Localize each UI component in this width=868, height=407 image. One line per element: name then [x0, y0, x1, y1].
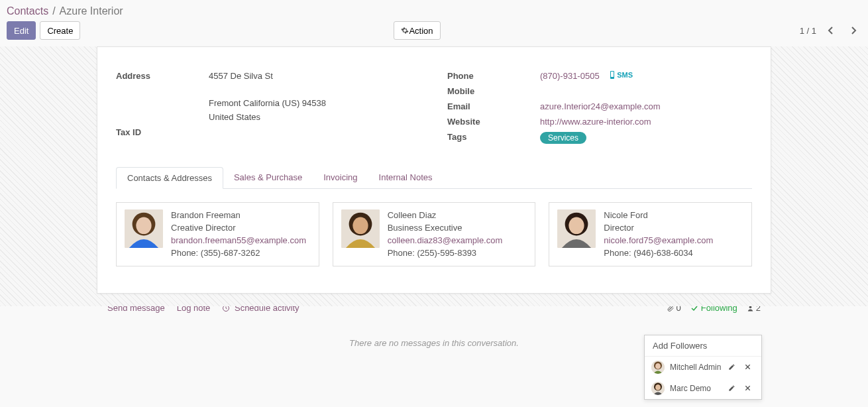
sms-link[interactable]: SMS	[610, 71, 633, 79]
contact-email[interactable]: nicole.ford75@example.com	[604, 235, 713, 247]
tab-contacts-addresses[interactable]: Contacts & Addresses	[116, 167, 223, 189]
city-line-value: Fremont California (US) 94538	[209, 98, 421, 108]
avatar	[651, 361, 665, 374]
remove-follower-button[interactable]	[744, 384, 755, 394]
action-button[interactable]: Action	[394, 21, 440, 40]
email-value[interactable]: azure.Interior24@example.com	[540, 101, 661, 111]
phone-value[interactable]: (870)-931-0505	[540, 71, 600, 81]
create-button[interactable]: Create	[40, 21, 80, 40]
website-value[interactable]: http://www.azure-interior.com	[540, 117, 651, 127]
contact-phone: Phone: (946)-638-6034	[604, 247, 713, 260]
contact-card[interactable]: Brandon Freeman Creative Director brando…	[116, 202, 319, 266]
avatar	[651, 382, 665, 395]
pager: 1 / 1	[800, 23, 861, 38]
close-icon	[744, 384, 751, 392]
follower-name[interactable]: Marc Demo	[670, 384, 723, 393]
street-value: 4557 De Silva St	[209, 71, 421, 81]
tabs: Contacts & Addresses Sales & Purchase In…	[116, 166, 752, 189]
tax-id-label: Tax ID	[116, 127, 209, 137]
contact-phone: Phone: (255)-595-8393	[388, 247, 503, 260]
follower-row: Marc Demo	[645, 378, 761, 399]
contact-name: Brandon Freeman	[171, 209, 306, 222]
contact-name: Colleen Diaz	[388, 209, 503, 222]
chevron-left-icon	[828, 26, 834, 35]
breadcrumb-root[interactable]: Contacts	[7, 5, 48, 17]
mobile-label: Mobile	[447, 86, 540, 96]
sms-label: SMS	[617, 71, 633, 79]
avatar	[125, 209, 163, 248]
pencil-icon	[728, 363, 735, 371]
contact-title: Business Executive	[388, 222, 503, 235]
edit-button[interactable]: Edit	[7, 21, 36, 40]
contact-email[interactable]: colleen.diaz83@example.com	[388, 235, 503, 247]
contact-card[interactable]: Nicole Ford Director nicole.ford75@examp…	[549, 202, 752, 266]
toolbar: Edit Create Action 1 / 1	[0, 19, 868, 46]
svg-point-4	[136, 217, 151, 235]
gear-icon	[401, 27, 409, 34]
contact-title: Director	[604, 222, 713, 235]
website-label: Website	[447, 117, 540, 127]
tag-chip[interactable]: Services	[540, 132, 586, 144]
country-value: United States	[209, 112, 421, 122]
contact-title: Creative Director	[171, 222, 306, 235]
follower-row: Mitchell Admin	[645, 357, 761, 378]
phone-icon	[610, 71, 615, 79]
remove-follower-button[interactable]	[744, 363, 755, 373]
svg-point-20	[655, 384, 661, 390]
edit-follower-button[interactable]	[728, 384, 739, 394]
pager-text: 1 / 1	[800, 26, 816, 36]
contact-email[interactable]: brandon.freeman55@example.com	[171, 235, 306, 247]
contact-card[interactable]: Colleen Diaz Business Executive colleen.…	[333, 202, 536, 266]
tab-invoicing[interactable]: Invoicing	[313, 167, 368, 189]
avatar	[557, 209, 596, 248]
follower-name[interactable]: Mitchell Admin	[670, 363, 723, 372]
tax-id-value	[209, 127, 421, 137]
contact-phone: Phone: (355)-687-3262	[171, 247, 306, 260]
avatar	[341, 209, 380, 248]
next-button[interactable]	[845, 23, 861, 38]
prev-button[interactable]	[823, 23, 839, 38]
chevron-right-icon	[850, 26, 857, 35]
pencil-icon	[728, 384, 735, 392]
phone-label: Phone	[447, 71, 540, 81]
mobile-value	[540, 86, 752, 96]
tab-internal-notes[interactable]: Internal Notes	[368, 167, 443, 189]
address-label: Address	[116, 71, 209, 122]
contact-cards: Brandon Freeman Creative Director brando…	[116, 202, 752, 266]
close-icon	[744, 363, 751, 371]
followers-popover: Add Followers Mitchell Admin Marc Demo	[644, 335, 762, 400]
breadcrumb-current: Azure Interior	[60, 5, 123, 17]
breadcrumb-sep: /	[52, 5, 55, 17]
edit-follower-button[interactable]	[728, 363, 739, 373]
action-button-label: Action	[409, 26, 433, 36]
followers-header[interactable]: Add Followers	[645, 335, 761, 357]
email-label: Email	[447, 101, 540, 111]
tags-label: Tags	[447, 132, 540, 144]
svg-point-7	[353, 217, 368, 235]
breadcrumb: Contacts / Azure Interior	[0, 0, 868, 19]
svg-point-15	[655, 363, 661, 369]
svg-rect-1	[611, 72, 614, 77]
svg-point-10	[569, 217, 584, 235]
contact-name: Nicole Ford	[604, 209, 713, 222]
tab-sales-purchase[interactable]: Sales & Purchase	[223, 167, 313, 189]
record-sheet: Address 4557 De Silva St Fremont Califor…	[97, 46, 771, 294]
